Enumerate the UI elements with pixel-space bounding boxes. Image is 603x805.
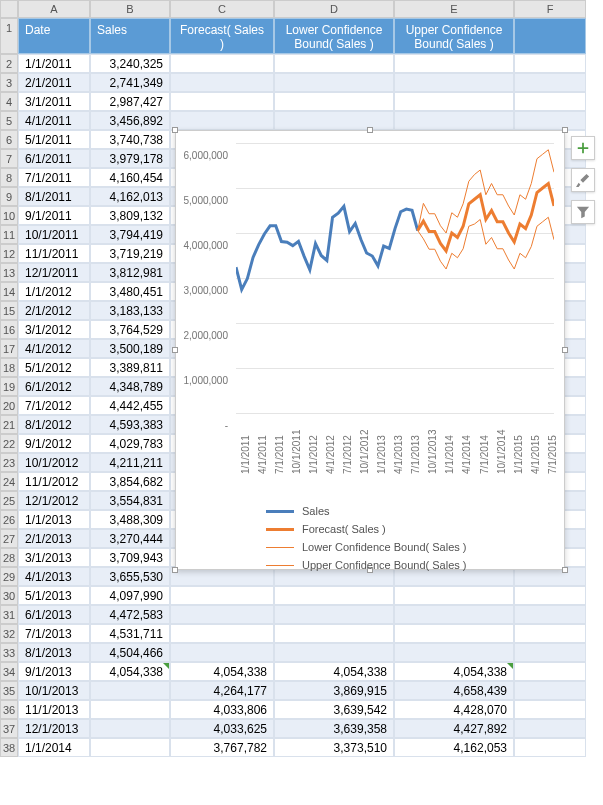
- cell[interactable]: 1/1/2014: [18, 738, 90, 757]
- cell[interactable]: 7/1/2011: [18, 168, 90, 187]
- cell[interactable]: 3,373,510: [274, 738, 394, 757]
- cell[interactable]: 4,097,990: [90, 586, 170, 605]
- cell[interactable]: [514, 624, 586, 643]
- cell[interactable]: 1/1/2012: [18, 282, 90, 301]
- cell[interactable]: 8/1/2011: [18, 187, 90, 206]
- row-header[interactable]: 29: [0, 567, 18, 586]
- cell[interactable]: [394, 92, 514, 111]
- row-header[interactable]: 14: [0, 282, 18, 301]
- row-header[interactable]: 13: [0, 263, 18, 282]
- cell[interactable]: [394, 111, 514, 130]
- resize-handle[interactable]: [367, 127, 373, 133]
- forecast-chart[interactable]: -1,000,0002,000,0003,000,0004,000,0005,0…: [175, 130, 565, 570]
- resize-handle[interactable]: [562, 127, 568, 133]
- cell[interactable]: 12/1/2012: [18, 491, 90, 510]
- cell[interactable]: 4,033,806: [170, 700, 274, 719]
- cell[interactable]: 1/1/2011: [18, 54, 90, 73]
- column-header[interactable]: F: [514, 0, 586, 18]
- cell[interactable]: 3,488,309: [90, 510, 170, 529]
- cell[interactable]: 3,480,451: [90, 282, 170, 301]
- cell[interactable]: 11/1/2011: [18, 244, 90, 263]
- cell[interactable]: 3,655,530: [90, 567, 170, 586]
- cell[interactable]: [514, 643, 586, 662]
- cell[interactable]: 4/1/2011: [18, 111, 90, 130]
- cell[interactable]: [394, 605, 514, 624]
- cell[interactable]: [514, 700, 586, 719]
- cell[interactable]: 4,428,070: [394, 700, 514, 719]
- table-column-header[interactable]: Forecast( Sales ): [170, 18, 274, 54]
- cell[interactable]: [90, 719, 170, 738]
- cell[interactable]: 4,211,211: [90, 453, 170, 472]
- cell[interactable]: 2,741,349: [90, 73, 170, 92]
- column-header[interactable]: B: [90, 0, 170, 18]
- cell[interactable]: 2/1/2011: [18, 73, 90, 92]
- cell[interactable]: [514, 605, 586, 624]
- column-header[interactable]: C: [170, 0, 274, 18]
- cell[interactable]: 4,160,454: [90, 168, 170, 187]
- cell[interactable]: 12/1/2013: [18, 719, 90, 738]
- cell[interactable]: 4,472,583: [90, 605, 170, 624]
- cell[interactable]: 2/1/2012: [18, 301, 90, 320]
- table-column-header[interactable]: Date: [18, 18, 90, 54]
- cell[interactable]: 3,809,132: [90, 206, 170, 225]
- cell[interactable]: 3,869,915: [274, 681, 394, 700]
- cell[interactable]: [170, 54, 274, 73]
- cell[interactable]: 4,348,789: [90, 377, 170, 396]
- chart-series[interactable]: [236, 206, 418, 289]
- column-header[interactable]: A: [18, 0, 90, 18]
- column-header[interactable]: [0, 0, 18, 18]
- cell[interactable]: 1/1/2013: [18, 510, 90, 529]
- cell[interactable]: [274, 624, 394, 643]
- cell[interactable]: 2/1/2013: [18, 529, 90, 548]
- row-header[interactable]: 17: [0, 339, 18, 358]
- resize-handle[interactable]: [562, 347, 568, 353]
- row-header[interactable]: 18: [0, 358, 18, 377]
- cell[interactable]: [514, 111, 586, 130]
- chart-add-element-button[interactable]: [571, 136, 595, 160]
- row-header[interactable]: 2: [0, 54, 18, 73]
- cell[interactable]: 3,500,189: [90, 339, 170, 358]
- row-header[interactable]: 5: [0, 111, 18, 130]
- cell[interactable]: 3,719,219: [90, 244, 170, 263]
- cell[interactable]: 10/1/2013: [18, 681, 90, 700]
- row-header[interactable]: 16: [0, 320, 18, 339]
- row-header[interactable]: 37: [0, 719, 18, 738]
- row-header[interactable]: 25: [0, 491, 18, 510]
- cell[interactable]: 6/1/2012: [18, 377, 90, 396]
- row-header[interactable]: 31: [0, 605, 18, 624]
- resize-handle[interactable]: [172, 127, 178, 133]
- row-header[interactable]: 27: [0, 529, 18, 548]
- cell[interactable]: [514, 54, 586, 73]
- row-header[interactable]: 24: [0, 472, 18, 491]
- cell[interactable]: [274, 92, 394, 111]
- column-header[interactable]: D: [274, 0, 394, 18]
- chart-plot-area[interactable]: [236, 143, 554, 413]
- cell[interactable]: 7/1/2013: [18, 624, 90, 643]
- cell[interactable]: 4,054,338: [90, 662, 170, 681]
- cell[interactable]: 5/1/2012: [18, 358, 90, 377]
- cell[interactable]: [514, 738, 586, 757]
- cell[interactable]: 7/1/2012: [18, 396, 90, 415]
- cell[interactable]: 4,162,013: [90, 187, 170, 206]
- cell[interactable]: 4,054,338: [394, 662, 514, 681]
- row-header[interactable]: 15: [0, 301, 18, 320]
- cell[interactable]: [170, 643, 274, 662]
- cell[interactable]: 4,033,625: [170, 719, 274, 738]
- cell[interactable]: 3,794,419: [90, 225, 170, 244]
- row-header[interactable]: 26: [0, 510, 18, 529]
- row-header[interactable]: 36: [0, 700, 18, 719]
- cell[interactable]: 3/1/2012: [18, 320, 90, 339]
- cell[interactable]: [274, 605, 394, 624]
- cell[interactable]: 4,531,711: [90, 624, 170, 643]
- table-column-header[interactable]: Lower Confidence Bound( Sales ): [274, 18, 394, 54]
- chart-styles-button[interactable]: [571, 168, 595, 192]
- cell[interactable]: 4,264,177: [170, 681, 274, 700]
- row-header[interactable]: 22: [0, 434, 18, 453]
- cell[interactable]: [274, 111, 394, 130]
- row-header[interactable]: 20: [0, 396, 18, 415]
- table-column-header[interactable]: [514, 18, 586, 54]
- cell[interactable]: [274, 643, 394, 662]
- cell[interactable]: [514, 73, 586, 92]
- row-header[interactable]: 30: [0, 586, 18, 605]
- cell[interactable]: 3,979,178: [90, 149, 170, 168]
